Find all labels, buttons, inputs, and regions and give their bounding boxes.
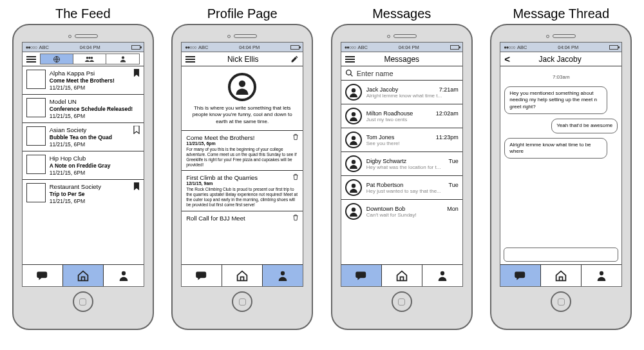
svg-point-10 xyxy=(352,112,355,116)
message-bubble: Alright lemme know what time to be where xyxy=(504,138,607,159)
feed-date: 11/21/15, 6PM xyxy=(50,84,115,91)
avatar-icon xyxy=(345,179,362,196)
nav-home-icon[interactable] xyxy=(541,265,582,286)
feed-item[interactable]: Hip Hop Club A Note on Freddie Gray 11/2… xyxy=(23,151,144,180)
svg-point-16 xyxy=(600,271,603,275)
message-row[interactable]: Tom Jones11:23pmSee you there! xyxy=(341,128,462,152)
svg-point-14 xyxy=(352,208,355,211)
avatar-icon xyxy=(345,155,362,172)
message-bubble: Hey you mentioned something about needin… xyxy=(504,86,607,114)
message-row[interactable]: Downtown BobMonCan't wait for Sunday! xyxy=(341,200,462,223)
avatar-icon xyxy=(345,203,362,220)
status-bar: ●●○○○ABC 04:04 PM xyxy=(341,43,462,52)
home-button[interactable] xyxy=(232,291,252,312)
screen-title-feed: The Feed xyxy=(55,6,111,21)
bookmark-icon[interactable] xyxy=(133,69,140,79)
search-input[interactable]: Enter name xyxy=(341,66,462,81)
bottom-nav xyxy=(500,264,621,286)
bookmark-icon[interactable] xyxy=(133,126,140,135)
feed-thumb xyxy=(26,98,46,117)
feed-thumb xyxy=(26,183,46,202)
back-icon[interactable]: < xyxy=(504,53,510,64)
thread-timestamp: 7:03am xyxy=(504,74,618,80)
nav-profile-icon[interactable] xyxy=(582,265,621,286)
message-bubble: Yeah that'd be awesome xyxy=(551,119,618,133)
phone-frame: ●●○○○ABC 04:04 PM Nick Ellis This is whe… xyxy=(171,24,313,330)
tab-profile-icon xyxy=(106,54,138,64)
svg-point-11 xyxy=(352,136,355,140)
svg-point-4 xyxy=(121,56,124,59)
messages-title: Messages xyxy=(359,55,445,64)
home-button[interactable] xyxy=(551,291,571,312)
feed-item[interactable]: Alpha Kappa Psi Come Meet the Brothers! … xyxy=(23,66,144,95)
bottom-nav xyxy=(23,264,144,286)
feed-item[interactable]: Asian Society Bubble Tea on the Quad 11/… xyxy=(23,123,144,151)
profile-post[interactable]: First Climb at the Quarries 12/1/15, 9am… xyxy=(182,170,303,210)
bookmark-icon[interactable] xyxy=(133,182,140,192)
screen-title-thread: Message Thread xyxy=(513,6,609,21)
svg-point-3 xyxy=(91,56,93,59)
nav-profile-icon[interactable] xyxy=(104,265,144,286)
svg-point-12 xyxy=(352,160,355,164)
nav-home-icon[interactable] xyxy=(382,265,422,286)
hamburger-icon[interactable] xyxy=(185,56,195,63)
feed-list: Alpha Kappa Psi Come Meet the Brothers! … xyxy=(23,66,144,264)
bottom-nav xyxy=(182,264,303,286)
profile-bio: This is where you write something that l… xyxy=(182,105,303,130)
feed-org: Alpha Kappa Psi xyxy=(50,70,115,77)
compose-input[interactable] xyxy=(504,248,618,262)
nav-chat-icon[interactable] xyxy=(182,265,222,286)
svg-point-1 xyxy=(86,56,89,59)
trash-icon[interactable] xyxy=(292,133,299,142)
feed-item[interactable]: Model UN Conference Schedule Released! 1… xyxy=(23,95,144,123)
svg-point-2 xyxy=(88,56,91,59)
status-bar: ●●○○○ABC 04:04 PM xyxy=(500,43,621,52)
message-row[interactable]: Milton Roadhouse12:02amJust my two cents xyxy=(341,104,462,128)
avatar-icon xyxy=(345,108,362,124)
profile-post[interactable]: Roll Call for BJJ Meet xyxy=(182,211,303,223)
trash-icon[interactable] xyxy=(292,214,299,222)
message-row[interactable]: Jack Jacoby7:21amAlright lemme know what… xyxy=(341,81,462,104)
nav-chat-icon[interactable] xyxy=(500,265,541,286)
trash-icon[interactable] xyxy=(292,173,299,182)
avatar-icon xyxy=(345,84,362,101)
feed-thumb xyxy=(26,70,46,89)
hamburger-icon[interactable] xyxy=(345,56,355,63)
feed-title: Come Meet the Brothers! xyxy=(50,77,115,84)
message-row[interactable]: Digby SchwartzTueHey what was the locati… xyxy=(341,152,462,176)
profile-avatar xyxy=(228,73,256,101)
nav-home-icon[interactable] xyxy=(222,265,263,286)
hamburger-icon[interactable] xyxy=(26,56,36,63)
edit-icon[interactable] xyxy=(290,55,299,63)
home-button[interactable] xyxy=(392,291,412,312)
svg-point-15 xyxy=(440,271,444,275)
profile-posts: Come Meet the Brothers! 11/21/15, 6pm Fo… xyxy=(182,130,303,264)
svg-point-7 xyxy=(281,271,285,275)
nav-home-icon[interactable] xyxy=(63,265,104,286)
screen-title-messages: Messages xyxy=(372,6,431,21)
search-placeholder: Enter name xyxy=(357,70,393,77)
profile-name: Nick Ellis xyxy=(199,55,287,64)
svg-point-5 xyxy=(122,271,126,275)
svg-point-6 xyxy=(239,81,245,87)
tab-group-icon xyxy=(73,54,106,64)
profile-post[interactable]: Come Meet the Brothers! 11/21/15, 6pm Fo… xyxy=(182,130,303,170)
nav-chat-icon[interactable] xyxy=(341,265,382,286)
nav-profile-icon[interactable] xyxy=(422,265,462,286)
screen-title-profile: Profile Page xyxy=(207,6,278,21)
phone-frame: ●●○○○ABC 04:04 PM Messages Enter name Ja… xyxy=(331,24,473,330)
avatar-icon xyxy=(345,131,362,148)
message-row[interactable]: Pat RobertsonTueHey just wanted to say t… xyxy=(341,176,462,200)
nav-profile-icon[interactable] xyxy=(263,265,303,286)
feed-thumb xyxy=(26,155,46,174)
feed-item[interactable]: Restaurant Society Trip to Per Se 11/21/… xyxy=(23,180,144,208)
home-button[interactable] xyxy=(73,291,93,312)
bottom-nav xyxy=(341,264,462,286)
feed-thumb xyxy=(26,126,46,146)
feed-tabs[interactable] xyxy=(40,53,140,64)
status-bar: ●●○○○ABC 04:04 PM xyxy=(182,43,303,52)
thread-name: Jack Jacoby xyxy=(514,55,606,64)
nav-chat-icon[interactable] xyxy=(23,265,63,286)
phone-frame: ●●○○○ABC 04:04 PM xyxy=(12,24,154,330)
tab-globe-icon xyxy=(41,54,73,64)
